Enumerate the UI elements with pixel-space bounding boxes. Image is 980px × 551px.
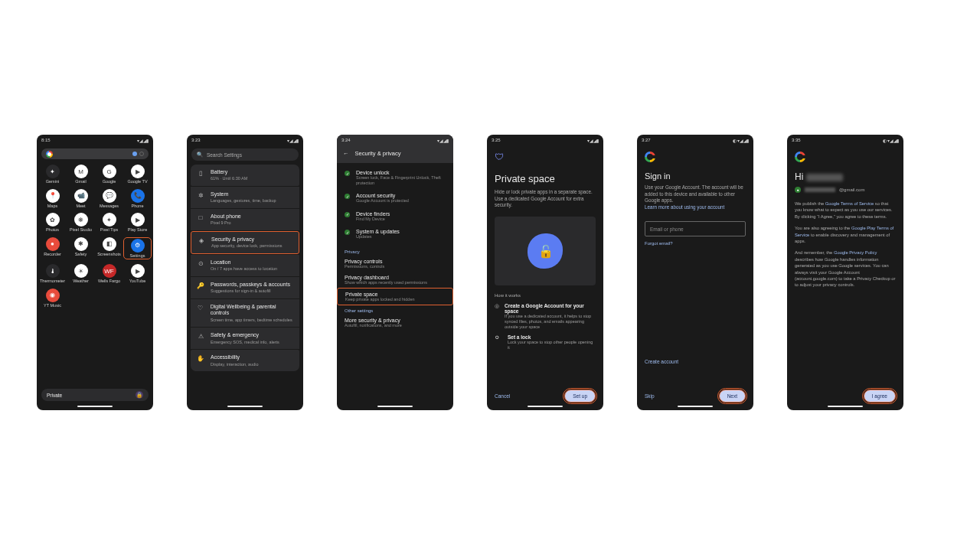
app-label: Recorder: [44, 253, 61, 257]
google-g-icon: [46, 151, 53, 158]
tos-link[interactable]: Google Terms of Service: [825, 201, 874, 206]
step-item: ◎Create a Google Account for your spaceI…: [495, 301, 596, 332]
learn-more-link[interactable]: Learn more about using your account: [645, 204, 724, 210]
app-settings[interactable]: ⚙Settings: [123, 237, 152, 260]
app-label: Photos: [46, 228, 59, 233]
settings-row-accessibility[interactable]: ✋AccessibilityDisplay, interaction, audi…: [191, 350, 299, 371]
create-account-link[interactable]: Create account: [645, 359, 678, 364]
row-subtitle: Show which apps recently used permission…: [345, 280, 446, 285]
status-indicators: ▾◢◢▮: [137, 138, 149, 143]
cancel-button[interactable]: Cancel: [495, 393, 510, 399]
app-pixel-studio[interactable]: ❋Pixel Studio: [67, 213, 95, 233]
forgot-email-link[interactable]: Forgot email?: [645, 241, 746, 246]
privacy-row-privacy-controls[interactable]: Privacy controlsPermissions, controls: [337, 256, 453, 272]
security-row[interactable]: ✓System & updatesUpdates: [337, 225, 453, 243]
nav-handle[interactable]: [828, 406, 863, 407]
app-yt-music[interactable]: ◉YT Music: [38, 289, 67, 308]
row-title: Privacy dashboard: [345, 275, 446, 280]
setup-button[interactable]: Set up: [564, 390, 596, 403]
privacy-policy-link[interactable]: Google Privacy Policy: [834, 250, 877, 255]
google-search-bar[interactable]: [41, 148, 149, 159]
step-title: Create a Google Account for your space: [505, 303, 596, 314]
app-icon: ●: [46, 237, 60, 251]
status-time: 3:23: [191, 138, 201, 142]
nav-handle[interactable]: [227, 406, 263, 407]
app-label: Meet: [76, 204, 85, 209]
app-recorder[interactable]: ●Recorder: [38, 237, 67, 260]
row-title: Battery: [211, 169, 247, 175]
app-label: Settings: [130, 254, 145, 259]
email-field[interactable]: Email or phone: [645, 221, 746, 236]
next-button[interactable]: Next: [719, 390, 746, 403]
row-title: Passwords, passkeys & accounts: [211, 282, 290, 288]
app-play-store[interactable]: ▶Play Store: [123, 213, 152, 233]
skip-button[interactable]: Skip: [645, 393, 655, 399]
lens-icon[interactable]: [139, 152, 144, 156]
settings-row-system[interactable]: ✲SystemLanguages, gestures, time, backup: [191, 187, 299, 208]
settings-row-location[interactable]: ⊙LocationOn / 7 apps have access to loca…: [191, 255, 299, 276]
app-google-tv[interactable]: ▶Google TV: [123, 165, 152, 184]
row-title: Safety & emergency: [211, 332, 279, 338]
step-subtitle: Lock your space to stop other people ope…: [508, 340, 596, 350]
security-row[interactable]: ✓Account securityGoogle Account is prote…: [337, 189, 453, 207]
app-label: YT Music: [44, 304, 61, 308]
row-icon: ◈: [198, 237, 205, 244]
mic-icon[interactable]: [132, 152, 137, 156]
app-screenshots[interactable]: ◧Screenshots: [95, 237, 123, 260]
footer-actions: I agree: [795, 390, 896, 403]
how-it-works-label: How it works: [495, 293, 596, 298]
header-bar: ← Security & privacy: [337, 145, 453, 163]
status-time: 3:24: [341, 138, 351, 142]
privacy-row-private-space[interactable]: Private spaceKeep private apps locked an…: [337, 288, 453, 305]
private-bar[interactable]: Private 🔒: [41, 389, 149, 401]
screen-1-launcher: 8:15 ▾◢◢▮ ✦GeminiMGmailGGoogle▶Google TV…: [37, 135, 153, 410]
section-label-privacy: Privacy: [337, 246, 453, 256]
back-icon[interactable]: ←: [343, 150, 349, 157]
nav-handle[interactable]: [377, 406, 413, 407]
settings-row-about-phone[interactable]: □About phonePixel 9 Pro: [191, 209, 299, 230]
security-row[interactable]: ✓Device unlockScreen lock, Face & Finger…: [337, 166, 453, 189]
status-ok-icon: ✓: [345, 194, 350, 199]
privacy-row-privacy-dashboard[interactable]: Privacy dashboardShow which apps recentl…: [337, 272, 453, 288]
app-weather[interactable]: ☀Weather: [67, 264, 95, 284]
app-messages[interactable]: 💬Messages: [95, 189, 123, 209]
more-security-row[interactable]: More security & privacy Autofill, notifi…: [337, 315, 453, 331]
row-icon: □: [197, 214, 204, 221]
status-ok-icon: ✓: [345, 212, 350, 217]
settings-row-passwords-passkeys-accounts[interactable]: 🔑Passwords, passkeys & accountsSuggestio…: [191, 277, 299, 298]
app-wells-fargo[interactable]: WFWells Fargo: [95, 264, 123, 284]
app-maps[interactable]: 📍Maps: [38, 189, 67, 209]
app-phone[interactable]: 📞Phone: [123, 189, 152, 209]
nav-handle[interactable]: [528, 406, 563, 407]
app-youtube[interactable]: ▶YouTube: [123, 264, 152, 284]
app-google[interactable]: GGoogle: [95, 165, 123, 184]
step-title: Set a lock: [508, 334, 596, 340]
settings-row-battery[interactable]: ▯Battery61% · Until 6:30 AM: [191, 165, 299, 186]
status-ok-icon: ✓: [345, 171, 350, 176]
terms-paragraph-2: You are also agreeing to the Google Play…: [795, 225, 896, 244]
app-label: Google TV: [127, 180, 147, 184]
status-bar: 3:23 ▾◢◢▮: [187, 135, 303, 145]
settings-row-digital-wellbeing-parental-controls[interactable]: ♡Digital Wellbeing & parental controlsSc…: [191, 299, 299, 327]
app-thermometer[interactable]: 🌡Thermometer: [38, 264, 67, 284]
settings-row-security-privacy[interactable]: ◈Security & privacyApp security, device …: [191, 231, 299, 254]
nav-handle[interactable]: [678, 406, 713, 407]
app-pixel-tips[interactable]: ✦Pixel Tips: [95, 213, 123, 233]
row-subtitle: Find My Device: [356, 217, 390, 222]
agree-button[interactable]: I agree: [864, 390, 896, 403]
app-gemini[interactable]: ✦Gemini: [38, 165, 67, 184]
settings-row-safety-emergency[interactable]: ⚠Safety & emergencyEmergency SOS, medica…: [191, 328, 299, 349]
app-label: Google: [103, 180, 116, 184]
app-meet[interactable]: 📹Meet: [67, 189, 95, 209]
status-time: 3:35: [792, 138, 801, 142]
app-safety[interactable]: ✱Safety: [67, 237, 95, 260]
settings-search[interactable]: 🔍 Search Settings: [191, 148, 299, 161]
app-gmail[interactable]: MGmail: [67, 165, 95, 184]
screen-4-private-space-intro: 3:25 ▾◢◢▮ 🛡 Private space Hide or lock p…: [487, 135, 603, 410]
row-subtitle: Keep private apps locked and hidden: [345, 297, 445, 302]
security-row[interactable]: ✓Device findersFind My Device: [337, 207, 453, 226]
nav-handle[interactable]: [77, 406, 113, 407]
account-chip[interactable]: ● @gmail.com: [795, 187, 896, 193]
app-photos[interactable]: ✿Photos: [38, 213, 67, 233]
status-indicators: ◐ ▾◢◢▮: [883, 138, 899, 143]
